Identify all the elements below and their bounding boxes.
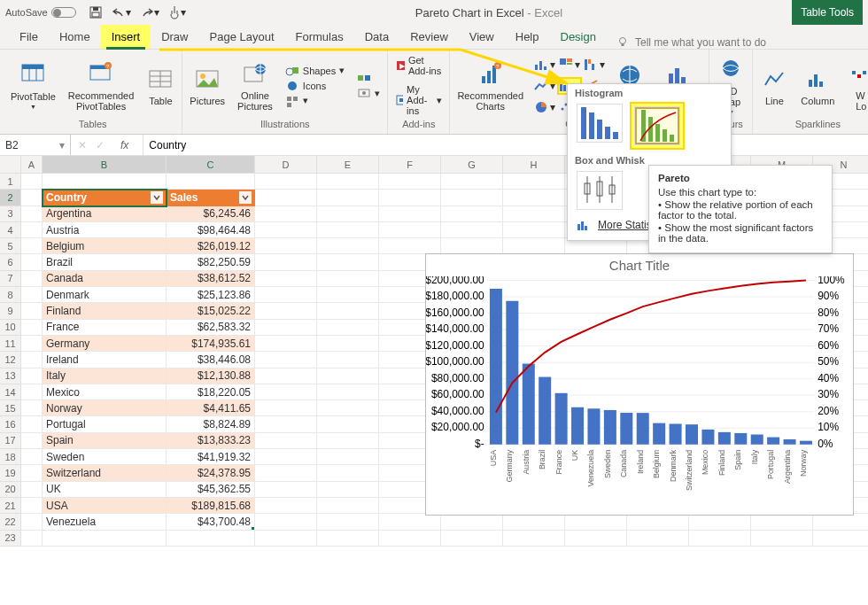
histogram-chart-option[interactable] bbox=[577, 104, 623, 143]
cell[interactable] bbox=[441, 174, 503, 190]
cell[interactable] bbox=[255, 400, 317, 416]
screenshot-button[interactable]: ▾ bbox=[355, 86, 382, 100]
enter-formula-icon[interactable]: ✓ bbox=[96, 139, 105, 151]
recommended-pivot-button[interactable]: ?Recommended PivotTables bbox=[66, 58, 136, 113]
cell[interactable]: $6,245.46 bbox=[167, 206, 255, 222]
cell[interactable] bbox=[255, 320, 317, 336]
row-header[interactable]: 15 bbox=[0, 400, 21, 416]
cell[interactable] bbox=[503, 222, 565, 238]
tab-insert[interactable]: Insert bbox=[101, 25, 151, 49]
cell[interactable]: $62,583.32 bbox=[167, 320, 255, 336]
cell[interactable]: Denmark bbox=[43, 287, 167, 303]
cell[interactable]: $45,362.55 bbox=[167, 482, 255, 498]
cell[interactable] bbox=[317, 433, 379, 449]
chart-plot-area[interactable]: $200,000.00$180,000.00$160,000.00$140,00… bbox=[426, 276, 853, 507]
cell[interactable] bbox=[317, 498, 379, 514]
tab-file[interactable]: File bbox=[9, 25, 49, 49]
column-header[interactable]: E bbox=[317, 156, 379, 174]
cell[interactable] bbox=[21, 254, 43, 270]
cell[interactable] bbox=[317, 465, 379, 481]
cell[interactable]: $15,025.22 bbox=[167, 303, 255, 319]
cell[interactable] bbox=[21, 498, 43, 514]
cell[interactable] bbox=[21, 465, 43, 481]
sparkline-column-button[interactable]: Column bbox=[799, 64, 836, 108]
boxwhisker-option[interactable] bbox=[577, 171, 623, 210]
cell[interactable] bbox=[21, 531, 43, 547]
cell[interactable] bbox=[503, 238, 565, 254]
cell[interactable]: France bbox=[43, 320, 167, 336]
cell[interactable] bbox=[255, 336, 317, 352]
row-header[interactable]: 13 bbox=[0, 368, 21, 384]
cell[interactable]: $4,411.65 bbox=[167, 400, 255, 416]
waterfall-chart-icon[interactable]: ▾ bbox=[584, 58, 605, 72]
cell[interactable]: USA bbox=[43, 498, 167, 514]
column-chart-icon[interactable]: ▾ bbox=[534, 58, 555, 72]
cell[interactable]: Norway bbox=[43, 400, 167, 416]
icons-button[interactable]: Icons bbox=[283, 79, 346, 93]
cell[interactable] bbox=[255, 368, 317, 384]
cell[interactable] bbox=[21, 271, 43, 287]
cell[interactable]: Argentina bbox=[43, 206, 167, 222]
cell[interactable]: Brazil bbox=[43, 254, 167, 270]
cell[interactable] bbox=[503, 514, 565, 530]
cell[interactable]: Sales bbox=[167, 190, 255, 206]
tab-data[interactable]: Data bbox=[354, 25, 399, 49]
cell[interactable] bbox=[167, 531, 255, 547]
cell[interactable]: Ireland bbox=[43, 352, 167, 368]
cell[interactable] bbox=[21, 416, 43, 432]
cell[interactable] bbox=[255, 222, 317, 238]
cell[interactable] bbox=[21, 174, 43, 190]
redo-icon[interactable]: ▾ bbox=[140, 6, 159, 19]
cell[interactable] bbox=[317, 416, 379, 432]
row-header[interactable]: 22 bbox=[0, 514, 21, 530]
cell[interactable] bbox=[503, 531, 565, 547]
pie-chart-icon[interactable]: ▾ bbox=[534, 100, 555, 114]
cell[interactable] bbox=[255, 531, 317, 547]
cell[interactable] bbox=[21, 514, 43, 530]
smartart-button[interactable] bbox=[355, 71, 382, 85]
cell[interactable]: Spain bbox=[43, 433, 167, 449]
cell[interactable]: Austria bbox=[43, 222, 167, 238]
cell[interactable] bbox=[21, 482, 43, 498]
cell[interactable]: UK bbox=[43, 482, 167, 498]
row-header[interactable]: 4 bbox=[0, 222, 21, 238]
cell[interactable] bbox=[317, 174, 379, 190]
cell[interactable] bbox=[167, 174, 255, 190]
cell[interactable] bbox=[21, 238, 43, 254]
row-header[interactable]: 2 bbox=[0, 190, 21, 206]
cell[interactable] bbox=[255, 238, 317, 254]
row-header[interactable]: 7 bbox=[0, 271, 21, 287]
cell[interactable]: $98,464.48 bbox=[167, 222, 255, 238]
tab-review[interactable]: Review bbox=[399, 25, 459, 49]
cell[interactable] bbox=[317, 320, 379, 336]
cell[interactable]: $26,019.12 bbox=[167, 238, 255, 254]
column-header[interactable]: D bbox=[255, 156, 317, 174]
cell[interactable]: Venezuela bbox=[43, 514, 167, 530]
recommended-charts-button[interactable]: ?Recommended Charts bbox=[455, 58, 525, 113]
cell[interactable] bbox=[441, 514, 503, 530]
cell[interactable] bbox=[255, 206, 317, 222]
tellme-search[interactable]: Tell me what you want to do bbox=[617, 36, 766, 49]
row-header[interactable]: 18 bbox=[0, 449, 21, 465]
tab-formulas[interactable]: Formulas bbox=[285, 25, 354, 49]
cell[interactable] bbox=[317, 303, 379, 319]
cell[interactable] bbox=[751, 514, 813, 530]
cell[interactable] bbox=[317, 190, 379, 206]
cell[interactable] bbox=[255, 482, 317, 498]
row-header[interactable]: 17 bbox=[0, 433, 21, 449]
row-header[interactable]: 19 bbox=[0, 465, 21, 481]
cell[interactable] bbox=[379, 190, 441, 206]
cell[interactable] bbox=[441, 531, 503, 547]
chart-title[interactable]: Chart Title bbox=[426, 254, 853, 276]
get-addins-button[interactable]: ▶Get Add-ins bbox=[393, 54, 444, 77]
row-header[interactable]: 23 bbox=[0, 531, 21, 547]
cell[interactable]: Italy bbox=[43, 368, 167, 384]
cell[interactable] bbox=[21, 352, 43, 368]
cell[interactable] bbox=[317, 222, 379, 238]
fx-icon[interactable]: fx bbox=[113, 139, 136, 151]
cell[interactable] bbox=[503, 206, 565, 222]
cell[interactable]: Sweden bbox=[43, 449, 167, 465]
autosave[interactable]: AutoSave bbox=[5, 7, 76, 18]
cell[interactable] bbox=[255, 514, 317, 530]
cell[interactable]: $38,612.52 bbox=[167, 271, 255, 287]
